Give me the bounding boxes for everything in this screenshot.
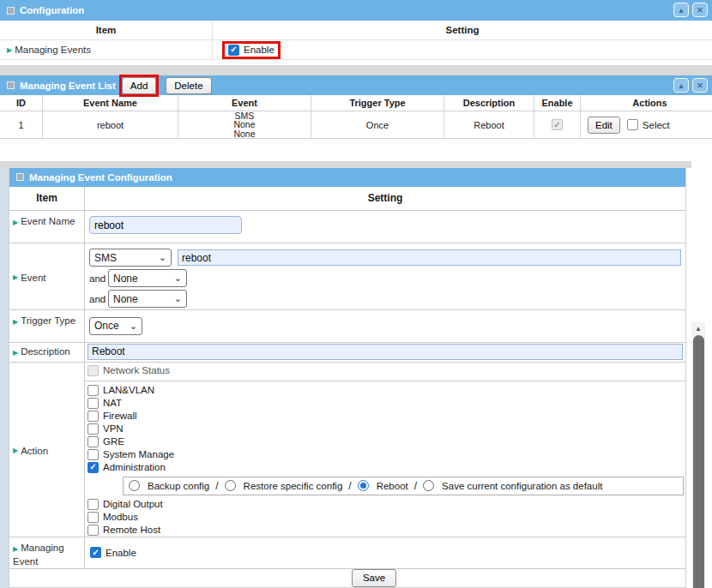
save-default-radio[interactable] bbox=[423, 480, 434, 491]
scrollbar-thumb[interactable] bbox=[693, 335, 704, 588]
firewall-checkbox[interactable] bbox=[87, 411, 99, 422]
highlight-box-add: Add bbox=[119, 75, 159, 97]
save-button[interactable]: Save bbox=[352, 569, 396, 587]
close-button[interactable]: ✕ bbox=[692, 3, 708, 17]
row-select-checkbox[interactable] bbox=[627, 119, 638, 130]
item-arrow-icon: ▶ bbox=[13, 349, 18, 357]
description-setting-cell bbox=[85, 343, 685, 362]
vpn-checkbox[interactable] bbox=[87, 423, 99, 435]
editor-scroll-container: Managing Event Configuration Item Settin… bbox=[0, 161, 712, 588]
event-line: None bbox=[233, 129, 255, 139]
item-arrow-icon: ▶ bbox=[13, 272, 18, 284]
action-label: Action bbox=[21, 445, 48, 457]
nat-checkbox[interactable] bbox=[87, 398, 99, 409]
collapse-button[interactable]: ▴ bbox=[673, 3, 689, 17]
modbus-label: Modbus bbox=[103, 512, 138, 522]
trigger-type-row: ▶Trigger Type Once ⌄ bbox=[9, 310, 685, 343]
add-button[interactable]: Add bbox=[122, 77, 156, 94]
reboot-label: Reboot bbox=[377, 481, 408, 491]
panel-title: Configuration bbox=[20, 5, 84, 15]
column-header-description: Description bbox=[444, 95, 534, 111]
description-label: Description bbox=[21, 346, 70, 357]
configuration-panel-header: Configuration ▴ ✕ bbox=[0, 0, 712, 21]
action-setting-cell: Network Status LAN&VLAN NAT Firewall VPN… bbox=[85, 363, 685, 537]
nat-label: NAT bbox=[103, 398, 122, 408]
select-label: Select bbox=[643, 120, 670, 130]
managing-event-enable-checkbox[interactable]: ✓ bbox=[90, 547, 101, 558]
managing-event-label: Managing Event bbox=[13, 543, 64, 567]
close-icon: ✕ bbox=[697, 81, 703, 90]
network-status-label: Network Status bbox=[103, 365, 170, 375]
remote-host-label: Remote Host bbox=[103, 525, 160, 535]
description-input[interactable] bbox=[87, 344, 683, 360]
row-enable-checkbox: ✓ bbox=[552, 119, 563, 130]
remote-host-checkbox[interactable] bbox=[87, 525, 99, 536]
event-configuration-panel: Managing Event Configuration Item Settin… bbox=[9, 168, 686, 588]
collapse-button[interactable]: ▴ bbox=[673, 78, 689, 93]
column-header-trigger-type: Trigger Type bbox=[311, 95, 444, 111]
event-label: Event bbox=[21, 272, 45, 284]
radio-separator: / bbox=[414, 480, 417, 492]
delete-button[interactable]: Delete bbox=[166, 77, 211, 94]
system-manage-label: System Manage bbox=[103, 449, 174, 459]
event-name-input[interactable] bbox=[89, 216, 242, 234]
event-name-row: ▶Event Name bbox=[9, 211, 685, 243]
gre-checkbox[interactable] bbox=[87, 436, 99, 447]
managing-events-enable-checkbox[interactable]: ✓ bbox=[228, 45, 239, 56]
row-event-name: reboot bbox=[43, 111, 178, 138]
event-list-row: 1 reboot SMS None None Once Reboot ✓ Edi… bbox=[0, 111, 712, 139]
save-default-label: Save current configuration as default bbox=[442, 481, 602, 491]
check-icon: ✓ bbox=[89, 463, 96, 471]
check-icon: ✓ bbox=[553, 121, 560, 129]
column-header-setting: Setting bbox=[85, 187, 685, 210]
event-configuration-header: Managing Event Configuration bbox=[9, 168, 685, 187]
event-list-panel-header: Managing Event List Add Delete ▴ ✕ bbox=[0, 75, 712, 95]
edit-button[interactable]: Edit bbox=[588, 117, 620, 134]
trigger-type-select[interactable]: Once ⌄ bbox=[89, 317, 142, 335]
administration-checkbox[interactable]: ✓ bbox=[87, 462, 99, 473]
managing-events-setting-cell: ✓ Enable bbox=[213, 40, 712, 59]
vpn-label: VPN bbox=[103, 423, 124, 434]
radio-separator: / bbox=[215, 480, 218, 492]
restore-config-label: Restore specific config bbox=[244, 481, 343, 491]
action-label-cell: ▶Action bbox=[9, 363, 85, 537]
vertical-scrollbar[interactable]: ▲ bbox=[691, 322, 705, 588]
container-left-border bbox=[0, 168, 9, 588]
row-id: 1 bbox=[0, 111, 43, 138]
event-param-input[interactable] bbox=[178, 249, 681, 266]
close-button[interactable]: ✕ bbox=[692, 78, 708, 93]
item-arrow-icon: ▶ bbox=[7, 46, 12, 54]
administration-options-group: Backup config / Restore specific config … bbox=[123, 477, 684, 495]
lan-vlan-label: LAN&VLAN bbox=[103, 385, 154, 395]
digital-output-checkbox[interactable] bbox=[87, 499, 99, 510]
trigger-type-setting-cell: Once ⌄ bbox=[85, 310, 685, 342]
item-arrow-icon: ▶ bbox=[13, 545, 18, 553]
row-actions-cell: Edit Select bbox=[581, 111, 712, 138]
column-header-item: Item bbox=[9, 187, 85, 210]
system-manage-checkbox[interactable] bbox=[87, 449, 99, 460]
panel-icon bbox=[16, 173, 24, 181]
event-label-cell: ▶Event bbox=[9, 243, 85, 309]
trigger-type-label-cell: ▶Trigger Type bbox=[9, 310, 85, 342]
collapse-icon: ▴ bbox=[679, 6, 684, 15]
reboot-radio[interactable] bbox=[358, 480, 369, 491]
event-type-select-1[interactable]: SMS ⌄ bbox=[89, 249, 172, 267]
item-arrow-icon: ▶ bbox=[13, 219, 18, 226]
select-value: None bbox=[113, 293, 138, 305]
chevron-down-icon: ⌄ bbox=[174, 275, 182, 281]
event-type-select-3[interactable]: None ⌄ bbox=[108, 290, 187, 308]
column-header-id: ID bbox=[0, 95, 43, 111]
restore-config-radio[interactable] bbox=[225, 480, 236, 491]
gre-label: GRE bbox=[103, 436, 124, 447]
event-type-select-2[interactable]: None ⌄ bbox=[108, 269, 187, 287]
lan-vlan-checkbox[interactable] bbox=[87, 385, 99, 396]
trigger-type-label: Trigger Type bbox=[21, 315, 75, 326]
scroll-up-button[interactable]: ▲ bbox=[691, 322, 705, 334]
chevron-down-icon: ⌄ bbox=[130, 323, 137, 329]
enable-label: Enable bbox=[244, 45, 275, 55]
backup-config-radio[interactable] bbox=[129, 480, 140, 491]
modbus-checkbox[interactable] bbox=[87, 512, 99, 523]
event-row: ▶Event SMS ⌄ and None ⌄ a bbox=[9, 243, 685, 310]
save-row: Save bbox=[9, 569, 685, 588]
scroll-up-icon: ▲ bbox=[695, 325, 702, 333]
